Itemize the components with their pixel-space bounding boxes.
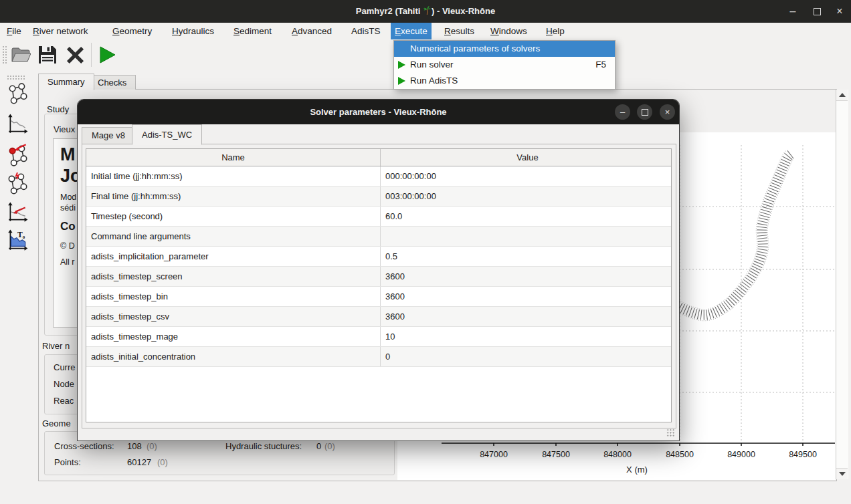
- dialog-titlebar[interactable]: Solver parameters - Vieux-Rhône – ×: [78, 100, 679, 124]
- hydraulic-structures-value: 0: [316, 441, 321, 451]
- maximize-icon: [642, 109, 648, 116]
- param-value-cell[interactable]: 3600: [381, 287, 672, 307]
- param-row: adists_timestep_mage10: [86, 327, 672, 347]
- param-name-cell[interactable]: Timestep (second): [86, 207, 381, 227]
- river-network-group-label: River n: [42, 341, 70, 351]
- menu-item-label: Run solver: [410, 59, 454, 70]
- points-value: 60127: [127, 457, 151, 467]
- table-header-row: Name Value: [86, 149, 672, 166]
- river-row-nodes: Node: [54, 379, 74, 389]
- param-value-cell[interactable]: 3600: [381, 307, 672, 327]
- tab-summary[interactable]: Summary: [38, 74, 94, 90]
- tab-checks[interactable]: Checks: [88, 75, 136, 90]
- x-tick-label: 849500: [789, 450, 817, 459]
- solver-parameters-dialog: Solver parameters - Vieux-Rhône – × Mage…: [77, 99, 680, 441]
- param-value-cell[interactable]: 10: [381, 327, 672, 347]
- menu-item-run-solver[interactable]: Run solver F5: [394, 57, 615, 73]
- points-label: Points:: [54, 457, 81, 467]
- param-name-cell[interactable]: adists_timestep_screen: [86, 267, 381, 287]
- menu-item-label: Run AdisTS: [410, 76, 458, 86]
- x-tick-label: 847500: [542, 450, 570, 459]
- param-value-cell[interactable]: 0.5: [381, 247, 672, 267]
- dialog-resize-grip[interactable]: [666, 428, 675, 437]
- study-doc-rights: All r: [60, 257, 75, 267]
- param-value-cell[interactable]: 3600: [381, 267, 672, 287]
- param-value-cell[interactable]: 0: [381, 347, 672, 367]
- param-row: adists_timestep_screen3600: [86, 267, 672, 287]
- dialog-close-button[interactable]: ×: [660, 104, 675, 120]
- x-tick-label: 848000: [603, 450, 632, 459]
- play-icon: [398, 77, 405, 85]
- cross-sections-value: 108: [127, 441, 142, 451]
- study-doc-line-1: Mod: [60, 193, 76, 202]
- chevron-down-icon: [839, 472, 846, 476]
- dialog-tab-mage-v8[interactable]: Mage v8: [82, 127, 135, 144]
- x-axis-label: X (m): [626, 465, 648, 475]
- param-row: adists_timestep_csv3600: [86, 307, 672, 327]
- x-tick-label: 848500: [666, 450, 694, 459]
- param-name-cell[interactable]: Initial time (jj:hh:mm:ss): [86, 166, 381, 186]
- menu-item-shortcut: F5: [595, 57, 606, 73]
- hydraulic-structures-badge: (0): [324, 441, 335, 451]
- param-row: Initial time (jj:hh:mm:ss)000:00:00:00: [86, 166, 672, 186]
- column-header-name[interactable]: Name: [86, 149, 381, 166]
- param-row: Timestep (second)60.0: [86, 207, 672, 227]
- dialog-title: Solver parameters - Vieux-Rhône: [78, 100, 679, 124]
- dialog-tab-adis-ts-wc[interactable]: Adis-TS_WC: [132, 124, 202, 145]
- param-row: adists_initial_concentration0: [86, 347, 672, 367]
- study-doc-copyright: © D: [60, 241, 75, 251]
- river-row-current: Curre: [54, 362, 76, 372]
- param-name-cell[interactable]: Command line arguments: [86, 227, 381, 247]
- param-name-cell[interactable]: adists_timestep_mage: [86, 327, 381, 347]
- x-tick-label: 847000: [480, 450, 508, 459]
- scroll-up-button[interactable]: [836, 90, 848, 101]
- cross-sections-label: Cross-sections:: [54, 441, 114, 451]
- param-value-cell[interactable]: 60.0: [381, 207, 672, 227]
- param-name-cell[interactable]: Final time (jj:hh:mm:ss): [86, 186, 381, 207]
- param-row: adists_implicitation_parameter0.5: [86, 247, 672, 267]
- river-row-reaches: Reac: [54, 396, 74, 406]
- app-window: Pamhyr2 (Tahiti ) - Vieux-Rhône – × File…: [0, 0, 851, 504]
- menu-item-run-adists[interactable]: Run AdisTS: [394, 73, 615, 89]
- scroll-down-button[interactable]: [836, 468, 848, 479]
- param-value-cell[interactable]: [381, 227, 672, 247]
- hydraulic-structures-label: Hydraulic stuctures:: [225, 441, 302, 451]
- menu-item-numerical-parameters[interactable]: Numerical parameters of solvers: [394, 41, 615, 57]
- dialog-minimize-button[interactable]: –: [615, 104, 630, 120]
- x-tick-label: 849000: [727, 450, 755, 459]
- study-doc-subheading: Co: [60, 220, 76, 233]
- dialog-maximize-button[interactable]: [637, 104, 652, 120]
- param-name-cell[interactable]: adists_implicitation_parameter: [86, 247, 381, 267]
- param-value-cell[interactable]: 003:00:00:00: [381, 186, 672, 207]
- study-name-label: Vieux: [54, 124, 75, 134]
- geometry-group-label: Geome: [42, 418, 71, 428]
- param-name-cell[interactable]: adists_initial_concentration: [86, 347, 381, 367]
- cross-sections-badge: (0): [147, 441, 157, 451]
- points-badge: (0): [157, 457, 168, 467]
- param-row: adists_timestep_bin3600: [86, 287, 672, 307]
- study-doc-heading-1: M: [60, 144, 76, 165]
- vertical-scrollbar[interactable]: [836, 90, 848, 479]
- chevron-up-icon: [839, 93, 846, 97]
- param-name-cell[interactable]: adists_timestep_csv: [86, 307, 381, 327]
- param-row: Command line arguments: [86, 227, 672, 247]
- solver-parameters-table: Name Value Initial time (jj:hh:mm:ss)000…: [86, 148, 672, 422]
- column-header-value[interactable]: Value: [381, 149, 672, 166]
- param-value-cell[interactable]: 000:00:00:00: [381, 166, 672, 186]
- play-icon: [398, 61, 405, 69]
- execute-dropdown-menu: Numerical parameters of solvers Run solv…: [393, 40, 616, 90]
- study-doc-line-2: sédi: [60, 203, 76, 213]
- param-name-cell[interactable]: adists_timestep_bin: [86, 287, 381, 307]
- study-group-label: Study: [47, 104, 69, 114]
- param-row: Final time (jj:hh:mm:ss)003:00:00:00: [86, 186, 672, 207]
- menu-item-label: Numerical parameters of solvers: [410, 43, 540, 53]
